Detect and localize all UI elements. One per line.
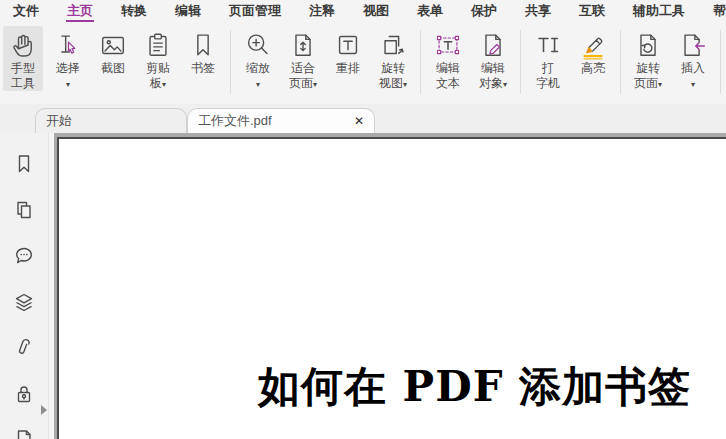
dropdown-caret: ▾	[691, 80, 695, 89]
tab-start[interactable]: 开始	[35, 108, 187, 133]
bookmark-button[interactable]: 书签	[183, 26, 223, 91]
fit-page-icon	[288, 28, 318, 61]
reflow-icon	[333, 28, 363, 61]
menu-protect[interactable]: 保护	[470, 1, 498, 22]
edit-object-icon	[478, 28, 508, 61]
dropdown-caret: ▾	[162, 80, 166, 89]
highlight-button[interactable]: 高亮	[573, 26, 613, 91]
group-divider	[420, 30, 421, 94]
snapshot-icon	[98, 28, 128, 61]
snapshot-button[interactable]: 截图	[93, 26, 133, 91]
ribbon-group-tools: 手型 工具 选择 ▾	[3, 26, 223, 92]
ribbon-toolbar: 手型 工具 选择 ▾	[0, 22, 726, 108]
ribbon-group-pages: 旋转 页面▾ 插入 ▾	[628, 26, 713, 92]
ribbon-group-edit: 编辑 文本 编辑 对象▾	[428, 26, 513, 92]
document-viewer[interactable]: 如何在 PDF 添加书签	[54, 133, 726, 439]
pages-panel-icon	[13, 199, 35, 221]
panel-expand-handle[interactable]	[41, 405, 47, 415]
menu-view[interactable]: 视图	[362, 1, 390, 22]
menu-organize[interactable]: 页面管理	[228, 1, 282, 22]
group-divider	[230, 30, 231, 94]
dropdown-caret: ▾	[256, 80, 260, 89]
edit-text-button[interactable]: 编辑 文本	[428, 26, 468, 91]
insert-page-icon	[678, 28, 708, 61]
select-button[interactable]: 选择 ▾	[48, 26, 88, 92]
dropdown-caret: ▾	[503, 80, 507, 89]
tab-label: 工作文件.pdf	[198, 112, 272, 130]
security-panel-icon	[13, 383, 35, 405]
ribbon-group-view: 缩放 ▾ 适合 页面▾	[238, 26, 413, 92]
typewriter-icon	[533, 28, 563, 61]
sidebar-signature-button[interactable]	[13, 429, 35, 439]
insert-button[interactable]: 插入 ▾	[673, 26, 713, 92]
layers-panel-icon	[13, 291, 35, 313]
menu-edit[interactable]: 编辑	[174, 1, 202, 22]
main-area: 如何在 PDF 添加书签	[0, 133, 726, 439]
rotate-page-icon	[633, 28, 663, 61]
reflow-button[interactable]: 重排	[328, 26, 368, 91]
pdf-page[interactable]: 如何在 PDF 添加书签	[57, 137, 726, 439]
select-cursor-icon	[53, 28, 83, 61]
clipboard-icon	[143, 28, 173, 61]
dropdown-caret: ▾	[313, 80, 317, 89]
comments-panel-icon	[13, 245, 35, 267]
fit-page-button[interactable]: 适合 页面▾	[283, 26, 323, 92]
group-divider	[720, 30, 721, 94]
sidebar-comments-button[interactable]	[13, 245, 35, 267]
navigation-sidebar	[0, 133, 49, 439]
highlighter-icon	[578, 28, 608, 61]
sidebar-pages-button[interactable]	[13, 199, 35, 221]
rotate-page-button[interactable]: 旋转 页面▾	[628, 26, 668, 92]
clipboard-button[interactable]: 剪贴 板▾	[138, 26, 178, 92]
menubar: 文件 主页 转换 编辑 页面管理 注释 视图 表单 保护 共享 互联 辅助工具 …	[0, 0, 726, 22]
pdf-editor-window: 文件 主页 转换 编辑 页面管理 注释 视图 表单 保护 共享 互联 辅助工具 …	[0, 0, 726, 439]
hand-icon	[8, 28, 38, 61]
dropdown-caret: ▾	[658, 80, 662, 89]
bookmark-panel-icon	[13, 153, 35, 175]
menu-share[interactable]: 共享	[524, 1, 552, 22]
group-divider	[520, 30, 521, 94]
sidebar-attachments-button[interactable]	[13, 337, 35, 359]
bookmark-icon	[188, 28, 218, 61]
edit-object-button[interactable]: 编辑 对象▾	[473, 26, 513, 92]
menu-home[interactable]: 主页	[66, 1, 94, 22]
ribbon-group-comment: 打 字机 高亮	[528, 26, 613, 91]
attachments-panel-icon	[13, 337, 35, 359]
menu-comment[interactable]: 注释	[308, 1, 336, 22]
signature-panel-icon	[13, 429, 35, 439]
button-label: 工具	[11, 76, 35, 91]
zoom-button[interactable]: 缩放 ▾	[238, 26, 278, 92]
group-divider	[620, 30, 621, 94]
tab-document[interactable]: 工作文件.pdf ✕	[187, 108, 375, 133]
tab-label: 开始	[46, 112, 72, 130]
menu-help[interactable]: 帮助	[712, 1, 726, 22]
rotate-view-icon	[378, 28, 408, 61]
sidebar-security-button[interactable]	[13, 383, 35, 405]
dropdown-caret: ▾	[403, 80, 407, 89]
edit-text-icon	[433, 28, 463, 61]
typewriter-button[interactable]: 打 字机	[528, 26, 568, 91]
menu-file[interactable]: 文件	[12, 1, 40, 22]
menu-connect[interactable]: 互联	[578, 1, 606, 22]
hand-tool-button[interactable]: 手型 工具	[3, 26, 43, 91]
sidebar-layers-button[interactable]	[13, 291, 35, 313]
page-title: 如何在 PDF 添加书签	[258, 359, 691, 415]
document-tabbar: 开始 工作文件.pdf ✕	[0, 104, 726, 133]
rotate-view-button[interactable]: 旋转 视图▾	[373, 26, 413, 92]
close-icon[interactable]: ✕	[354, 114, 364, 128]
menu-accessibility[interactable]: 辅助工具	[632, 1, 686, 22]
button-label: 手型	[11, 61, 35, 76]
sidebar-bookmarks-button[interactable]	[13, 153, 35, 175]
menu-convert[interactable]: 转换	[120, 1, 148, 22]
magnifier-plus-icon	[243, 28, 273, 61]
menu-form[interactable]: 表单	[416, 1, 444, 22]
dropdown-caret: ▾	[66, 80, 70, 89]
